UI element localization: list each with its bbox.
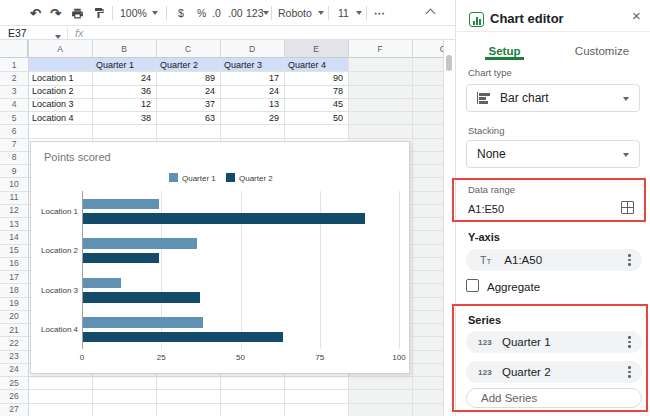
row-header[interactable]: 4 — [0, 98, 28, 111]
number-format-caret-icon[interactable] — [263, 0, 269, 26]
cell[interactable]: 89 — [156, 71, 215, 84]
column-header[interactable]: D — [220, 40, 284, 57]
cell[interactable]: Quarter 3 — [224, 58, 280, 71]
row-header[interactable]: 11 — [0, 191, 28, 204]
y-axis-menu-icon[interactable] — [628, 254, 631, 268]
row-header[interactable]: 1 — [0, 58, 28, 71]
cell[interactable]: Quarter 4 — [288, 58, 344, 71]
cell[interactable]: 78 — [284, 85, 343, 98]
row-header[interactable]: 9 — [0, 164, 28, 177]
row-header[interactable]: 12 — [0, 204, 28, 217]
row-header[interactable]: 13 — [0, 217, 28, 230]
x-tick-label: 50 — [229, 353, 253, 362]
more-options-icon[interactable]: ⋯ — [374, 0, 386, 26]
row-header[interactable]: 17 — [0, 270, 28, 283]
collapse-toolbar-icon[interactable] — [427, 0, 434, 26]
select-all-corner[interactable] — [0, 40, 28, 58]
cell[interactable]: Location 4 — [32, 111, 88, 124]
redo-icon[interactable]: ↷ — [50, 0, 61, 26]
chart-title: Points scored — [44, 151, 111, 163]
x-tick-label: 75 — [308, 353, 332, 362]
close-icon[interactable]: × — [632, 7, 641, 24]
row-header[interactable]: 2 — [0, 71, 28, 84]
bar-quarter2 — [83, 253, 159, 264]
cell[interactable]: 24 — [92, 71, 151, 84]
legend-label: Quarter 1 — [182, 174, 216, 183]
column-header[interactable]: B — [92, 40, 156, 57]
column-header[interactable]: C — [156, 40, 220, 57]
column-header[interactable]: E — [284, 40, 348, 57]
cell[interactable]: Location 2 — [32, 85, 88, 98]
tab-customize[interactable]: Customize — [553, 45, 650, 57]
row-header[interactable]: 23 — [0, 350, 28, 363]
row-header[interactable]: 20 — [0, 310, 28, 323]
font-caret-icon[interactable] — [318, 0, 324, 26]
row-header[interactable]: 24 — [0, 363, 28, 376]
bar-quarter1 — [83, 278, 121, 289]
cell[interactable]: 90 — [284, 71, 343, 84]
cell[interactable]: 38 — [92, 111, 151, 124]
column-header[interactable]: F — [348, 40, 412, 57]
cell[interactable]: Location 3 — [32, 98, 88, 111]
row-header[interactable]: 25 — [0, 376, 28, 389]
cell[interactable]: Location 1 — [32, 71, 88, 84]
embedded-chart[interactable]: Points scoredQuarter 1Quarter 2025507510… — [30, 141, 410, 374]
undo-icon[interactable]: ↶ — [30, 0, 41, 26]
cell[interactable]: 37 — [156, 98, 215, 111]
number-format-button[interactable]: 123 — [246, 0, 264, 26]
cell[interactable]: 63 — [156, 111, 215, 124]
row-header[interactable]: 10 — [0, 177, 28, 190]
toolbar-separator — [112, 6, 113, 20]
name-box[interactable]: E37 — [8, 27, 27, 39]
cell[interactable]: 17 — [220, 71, 279, 84]
cell[interactable]: 13 — [220, 98, 279, 111]
scrollbar-thumb[interactable] — [446, 55, 452, 71]
row-header[interactable]: 18 — [0, 283, 28, 296]
cell[interactable]: 24 — [156, 85, 215, 98]
print-icon[interactable] — [71, 0, 84, 26]
format-currency-button[interactable]: $ — [178, 0, 184, 26]
row-header[interactable]: 27 — [0, 403, 28, 416]
stacking-label: Stacking — [468, 125, 504, 136]
row-header[interactable]: 14 — [0, 230, 28, 243]
zoom-caret-icon[interactable] — [152, 0, 158, 26]
row-header[interactable]: 21 — [0, 323, 28, 336]
toolbar-separator — [328, 6, 329, 20]
cell[interactable]: 29 — [220, 111, 279, 124]
row-header[interactable]: 8 — [0, 151, 28, 164]
cell[interactable]: 24 — [220, 85, 279, 98]
aggregate-checkbox[interactable] — [466, 279, 479, 292]
format-percent-button[interactable]: % — [197, 0, 206, 26]
increase-decimal-button[interactable]: .00 — [228, 0, 243, 26]
chart-gridline — [399, 191, 400, 349]
row-header[interactable]: 16 — [0, 257, 28, 270]
cell[interactable]: Quarter 1 — [96, 58, 152, 71]
toolbar-separator — [166, 6, 167, 20]
row-header[interactable]: 7 — [0, 138, 28, 151]
cell[interactable]: 50 — [284, 111, 343, 124]
row-header[interactable]: 26 — [0, 389, 28, 402]
zoom-control[interactable]: 100% — [120, 0, 147, 26]
paint-format-icon[interactable] — [93, 0, 105, 26]
font-size-selector[interactable]: 11 — [338, 0, 349, 26]
decrease-decimal-button[interactable]: .0 — [212, 0, 221, 26]
column-header[interactable]: A — [28, 40, 92, 57]
row-header[interactable]: 5 — [0, 111, 28, 124]
cell[interactable]: 45 — [284, 98, 343, 111]
row-header[interactable]: 3 — [0, 85, 28, 98]
tab-setup[interactable]: Setup — [456, 45, 553, 57]
font-size-caret-icon[interactable] — [356, 0, 362, 26]
cell[interactable]: Quarter 2 — [160, 58, 216, 71]
chart-type-select[interactable]: Bar chart — [466, 84, 640, 112]
stacking-select[interactable]: None — [466, 140, 640, 168]
cell[interactable]: 12 — [92, 98, 151, 111]
row-header[interactable]: 6 — [0, 124, 28, 137]
row-header[interactable]: 22 — [0, 336, 28, 349]
toolbar: ↶ ↷ 100% $ % .0 .00 123 Roboto 11 ⋯ — [0, 0, 455, 26]
cell[interactable]: 36 — [92, 85, 151, 98]
chart-editor-icon — [469, 12, 484, 27]
y-axis-chip[interactable]: TT A1:A50 — [466, 249, 642, 271]
font-selector[interactable]: Roboto — [278, 0, 312, 26]
row-header[interactable]: 15 — [0, 244, 28, 257]
row-header[interactable]: 19 — [0, 297, 28, 310]
